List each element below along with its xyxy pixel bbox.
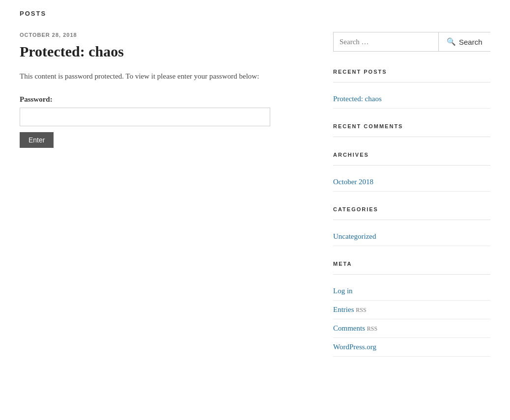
post-meta: OCTOBER 28, 2018 <box>20 32 304 38</box>
search-button-label: Search <box>459 38 482 46</box>
search-box: 🔍 Search <box>333 32 490 52</box>
recent-comments-section: RECENT COMMENTS <box>333 123 490 137</box>
category-item[interactable]: Uncategorized <box>333 227 490 246</box>
search-icon: 🔍 <box>447 37 456 46</box>
post-title: Protected: chaos <box>20 43 304 60</box>
search-input[interactable] <box>334 32 438 51</box>
meta-comments-rss-link[interactable]: Comments RSS <box>333 319 490 338</box>
meta-entries-rss-link[interactable]: Entries RSS <box>333 301 490 319</box>
comments-rss-label: Comments RSS <box>333 324 377 332</box>
entries-rss-badge: RSS <box>356 307 366 313</box>
post-description: This content is password protected. To v… <box>20 70 304 83</box>
sidebar: 🔍 Search RECENT POSTS Protected: chaos R… <box>333 32 490 371</box>
meta-login-link[interactable]: Log in <box>333 282 490 301</box>
password-label: Password: <box>20 95 304 104</box>
meta-title: META <box>333 261 490 267</box>
recent-comments-title: RECENT COMMENTS <box>333 123 490 129</box>
recent-posts-section: RECENT POSTS Protected: chaos <box>333 69 490 109</box>
comments-rss-badge: RSS <box>367 325 377 332</box>
archive-item[interactable]: October 2018 <box>333 173 490 192</box>
search-button[interactable]: 🔍 Search <box>438 32 490 51</box>
password-input[interactable] <box>20 108 270 126</box>
archives-section: ARCHIVES October 2018 <box>333 152 490 192</box>
enter-button[interactable]: Enter <box>20 132 54 148</box>
main-content: OCTOBER 28, 2018 Protected: chaos This c… <box>20 32 304 371</box>
archives-title: ARCHIVES <box>333 152 490 158</box>
recent-posts-title: RECENT POSTS <box>333 69 490 75</box>
categories-title: CATEGORIES <box>333 206 490 212</box>
recent-post-item[interactable]: Protected: chaos <box>333 90 490 109</box>
meta-section: META Log in Entries RSS Comments RSS Wor… <box>333 261 490 357</box>
entries-rss-label: Entries RSS <box>333 306 367 313</box>
meta-wordpress-link[interactable]: WordPress.org <box>333 338 490 357</box>
page-title: POSTS <box>20 10 490 17</box>
categories-section: CATEGORIES Uncategorized <box>333 206 490 246</box>
